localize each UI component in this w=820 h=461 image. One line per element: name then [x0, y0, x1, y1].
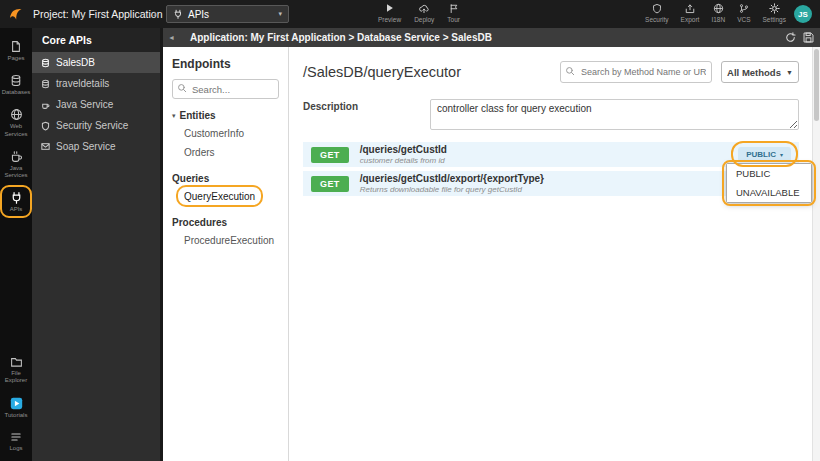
caret-down-icon: ▾ — [278, 10, 282, 18]
folder-icon — [10, 356, 23, 368]
endpoint-row[interactable]: GET /queries/getCustId/export/{exportTyp… — [303, 171, 799, 196]
method-search-input[interactable] — [560, 61, 712, 83]
rail-label: APIs — [10, 206, 23, 213]
deploy-button[interactable]: Deploy — [414, 2, 434, 23]
section-entities[interactable]: ▾ Entities — [172, 110, 279, 121]
play-icon — [385, 2, 394, 14]
database-icon — [10, 74, 22, 87]
rail-item-file-explorer[interactable]: File Explorer — [1, 352, 31, 387]
rail-item-web-services[interactable]: Web Services — [1, 104, 31, 140]
service-item-label: SalesDB — [56, 57, 95, 68]
section-procedures[interactable]: Procedures — [172, 217, 279, 228]
logs-icon — [10, 431, 22, 443]
services-panel-title: Core APIs — [32, 28, 160, 52]
coffee-icon — [10, 150, 23, 163]
scrollbar-thumb[interactable] — [814, 49, 819, 121]
user-avatar[interactable]: JS — [794, 5, 812, 23]
module-dropdown-label: APIs — [188, 9, 273, 20]
tutorials-play-icon — [10, 397, 23, 410]
deploy-label: Deploy — [414, 16, 434, 23]
rail-item-databases[interactable]: Databases — [1, 70, 31, 99]
service-item-salesdb[interactable]: SalesDB — [32, 52, 160, 73]
tour-flag-icon — [449, 2, 459, 14]
method-badge: GET — [311, 176, 349, 192]
visibility-label: PUBLIC — [746, 150, 776, 159]
service-item-label: traveldetails — [56, 78, 109, 89]
i18n-button[interactable]: I18N — [711, 2, 725, 23]
apis-icon — [10, 191, 23, 204]
export-icon — [685, 2, 695, 14]
breadcrumb-actions — [785, 32, 814, 43]
rail-label: Tutorials — [5, 412, 28, 419]
deploy-cloud-icon — [418, 2, 430, 14]
service-item-label: Java Service — [56, 99, 113, 110]
endpoint-item-procedureexecution[interactable]: ProcedureExecution — [172, 231, 279, 250]
rail-item-apis[interactable]: APIs — [1, 187, 31, 216]
service-item-label: Soap Service — [56, 141, 115, 152]
rail-item-java-services[interactable]: Java Services — [1, 146, 31, 182]
section-queries[interactable]: Queries — [172, 173, 279, 184]
page-title: /SalesDB/queryExecutor — [303, 64, 461, 80]
shield-icon — [652, 2, 662, 14]
database-icon — [41, 58, 50, 68]
main-header: /SalesDB/queryExecutor All Methods ▼ — [303, 61, 799, 83]
caret-down-icon: ▾ — [172, 112, 176, 120]
vcs-button[interactable]: VCS — [737, 2, 750, 23]
description-row: Description controller class for query e… — [303, 99, 799, 130]
shield-icon — [41, 121, 50, 131]
endpoint-row[interactable]: GET /queries/getCustId customer details … — [303, 142, 799, 167]
collapse-panel-icon[interactable]: ◄ — [163, 34, 180, 41]
export-button[interactable]: Export — [681, 2, 700, 23]
rail-label: Java Services — [1, 165, 31, 179]
settings-button[interactable]: Settings — [763, 2, 787, 23]
visibility-option-unavailable[interactable]: UNAVAILABLE — [727, 183, 811, 202]
panel-divider — [160, 28, 163, 461]
database-icon — [41, 79, 50, 89]
globe-icon — [713, 2, 724, 14]
endpoint-info: /queries/getCustId customer details from… — [360, 144, 447, 165]
visibility-dropdown[interactable]: PUBLIC ▾ — [738, 147, 791, 162]
description-label: Description — [303, 99, 430, 130]
vertical-scrollbar[interactable] — [812, 47, 820, 461]
rail-label: File Explorer — [1, 370, 31, 384]
endpoint-item-queryexecution[interactable]: QueryExecution — [172, 187, 279, 206]
methods-filter-dropdown[interactable]: All Methods ▼ — [721, 61, 799, 83]
vcs-label: VCS — [737, 16, 750, 23]
description-input[interactable]: controller class for query execution — [430, 99, 799, 130]
service-item-security-service[interactable]: Security Service — [32, 115, 160, 136]
refresh-button[interactable] — [785, 32, 796, 43]
app-window: Project: My First Application › APIs ▾ P… — [0, 0, 820, 461]
endpoint-item-orders[interactable]: Orders — [172, 143, 279, 162]
rail-item-logs[interactable]: Logs — [1, 427, 31, 455]
module-dropdown[interactable]: APIs ▾ — [166, 5, 289, 23]
rail-item-pages[interactable]: Pages — [1, 36, 31, 65]
endpoint-path: /queries/getCustId — [360, 144, 447, 156]
tour-button[interactable]: Tour — [447, 2, 460, 23]
method-search — [560, 61, 712, 83]
endpoint-rows: GET /queries/getCustId customer details … — [303, 142, 799, 196]
endpoint-item-label: QueryExecution — [184, 191, 255, 202]
security-label: Security — [645, 16, 668, 23]
save-button[interactable] — [803, 32, 814, 43]
service-item-soap-service[interactable]: Soap Service — [32, 136, 160, 157]
rail-label: Logs — [9, 445, 22, 452]
endpoint-item-customerinfo[interactable]: CustomerInfo — [172, 124, 279, 143]
endpoints-search-input[interactable] — [172, 79, 279, 99]
topbar-actions: Preview Deploy Tour — [378, 2, 460, 23]
i18n-label: I18N — [711, 16, 725, 23]
endpoints-panel: Endpoints ▾ Entities CustomerInfo Orders… — [163, 47, 289, 461]
project-label: Project: My First Application — [33, 8, 163, 20]
endpoints-search — [172, 79, 279, 99]
methods-filter-label: All Methods — [727, 67, 781, 78]
rail-item-tutorials[interactable]: Tutorials — [1, 393, 31, 422]
service-item-traveldetails[interactable]: traveldetails — [32, 73, 160, 94]
left-icon-rail: Pages Databases Web Services Java Servic… — [0, 28, 32, 461]
preview-button[interactable]: Preview — [378, 2, 401, 23]
export-label: Export — [681, 16, 700, 23]
envelope-icon — [41, 142, 50, 151]
security-button[interactable]: Security — [645, 2, 668, 23]
service-item-java-service[interactable]: Java Service — [32, 94, 160, 115]
visibility-option-public[interactable]: PUBLIC — [727, 164, 811, 183]
breadcrumb-bar: ◄ Application: My First Application > Da… — [163, 28, 820, 47]
breadcrumb: Application: My First Application > Data… — [190, 32, 492, 43]
